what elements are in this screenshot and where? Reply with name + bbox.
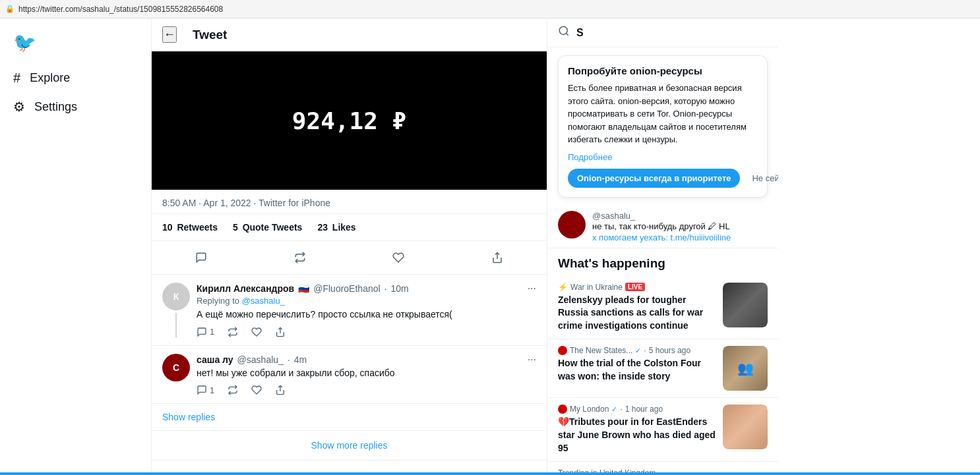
comment-avatar-section: С [162, 354, 190, 396]
related-user-avatar [558, 211, 586, 238]
search-button[interactable] [558, 25, 570, 40]
comment-header: Кирилл Александров 🇷🇺 @FluoroEthanol · 1… [197, 283, 536, 294]
news-dot: · [620, 405, 622, 414]
thread-line [175, 313, 177, 337]
comment-like-action[interactable] [251, 385, 262, 395]
news-source-name: My London [570, 405, 609, 414]
onion-title: Попробуйте onion-ресурсы [568, 65, 758, 76]
bird-icon: 🐦 [13, 32, 36, 53]
comment-retweet-action[interactable] [228, 385, 238, 395]
news-item-content: ⚡ War in Ukraine LIVE Zelenskyy pleads f… [558, 283, 716, 333]
back-button[interactable]: ← [162, 26, 177, 43]
sidebar-item-explore[interactable]: # Explore [0, 64, 151, 92]
show-replies-button[interactable]: Show replies [152, 404, 547, 431]
retweet-button[interactable] [286, 246, 314, 269]
comment-text: А ещё можно перечислить? просто ссылка н… [197, 308, 536, 321]
news-item-colston[interactable]: The New States... ✓ · 5 hours ago How th… [547, 339, 778, 398]
left-sidebar: 🐦 # Explore ⚙ Settings [0, 18, 152, 475]
likes-stat[interactable]: 23 Likes [317, 222, 357, 233]
comment-time: 10m [391, 283, 409, 294]
retweet-count: 10 [162, 222, 173, 233]
show-replies-label: Show replies [162, 412, 215, 422]
avatar: С [162, 354, 190, 381]
share-button[interactable] [483, 246, 511, 269]
comments-section: К Кирилл Александров 🇷🇺 @FluoroEthanol ·… [152, 275, 547, 461]
reply-button[interactable] [187, 246, 215, 269]
show-more-replies-button[interactable]: Show more replies [152, 431, 547, 461]
comment-actions: 1 [197, 327, 536, 337]
news-headline: 💔Tributes pour in for EastEnders star Ju… [558, 416, 716, 455]
onion-primary-button[interactable]: Onion-ресурсы всегда в приоритете [568, 169, 740, 188]
verified-icon: ✓ [611, 405, 617, 414]
related-user-bio: не ты, так кто-нибудь другой 🖊 HL [592, 221, 731, 233]
comment-user-info: саша лу @sashalu_ · 4m [197, 354, 307, 365]
comment-user-info: Кирилл Александров 🇷🇺 @FluoroEthanol · 1… [197, 283, 409, 294]
comment-flag: 🇷🇺 [298, 283, 309, 294]
retweet-stat[interactable]: 10 Retweets [162, 222, 220, 233]
news-time: 5 hours ago [649, 346, 690, 355]
comment-reply-action[interactable]: 1 [197, 327, 214, 337]
onion-actions: Onion-ресурсы всегда в приоритете Не сей… [568, 169, 758, 188]
svg-point-3 [559, 26, 567, 34]
tweet-source: Twitter for iPhone [259, 198, 330, 208]
comment-more-button[interactable]: ··· [528, 354, 536, 366]
news-dot: · [644, 346, 646, 355]
news-headline: Zelenskyy pleads for tougher Russia sanc… [558, 294, 716, 333]
quote-count: 5 [233, 222, 238, 233]
news-item-ukraine[interactable]: ⚡ War in Ukraine LIVE Zelenskyy pleads f… [547, 276, 778, 340]
onion-popup: Попробуйте onion-ресурсы Есть более прив… [558, 55, 768, 198]
news-source: My London ✓ · 1 hour ago [558, 405, 716, 414]
news-thumb-ukraine [723, 283, 768, 327]
url-text: https://twitter.com/sashalu_/status/1509… [18, 5, 223, 14]
comment-like-action[interactable] [251, 327, 262, 337]
comment-reply-action[interactable]: 1 [197, 385, 214, 395]
tweet-image: 924,12 ₽ [152, 51, 547, 190]
twitter-logo[interactable]: 🐦 [0, 26, 151, 64]
news-source-icon: ⚡ [558, 283, 568, 292]
news-source-logo [558, 405, 567, 414]
live-badge: LIVE [625, 283, 645, 291]
comment-time: 4m [294, 354, 307, 365]
verified-icon: ✓ [635, 347, 641, 355]
comment-content: Кирилл Александров 🇷🇺 @FluoroEthanol · 1… [197, 283, 536, 337]
sidebar-explore-label: Explore [30, 71, 70, 85]
main-content: ← Tweet 924,12 ₽ 8:50 AM · Apr 1, 2022 ·… [152, 18, 547, 475]
comment-more-button[interactable]: ··· [528, 283, 536, 294]
bottom-bar [0, 472, 980, 475]
tweet-title: Tweet [193, 28, 227, 42]
address-bar: 🔒 https://twitter.com/sashalu_/status/15… [0, 0, 980, 18]
onion-secondary-button[interactable]: Не сейчас [747, 169, 778, 188]
news-item-content: My London ✓ · 1 hour ago 💔Tributes pour … [558, 405, 716, 455]
comment-reply-count: 1 [210, 385, 214, 395]
news-thumb-june [723, 405, 768, 449]
right-sidebar: S Попробуйте onion-ресурсы Есть более пр… [547, 18, 778, 475]
comment-retweet-action[interactable] [228, 327, 238, 337]
reply-to-link[interactable]: @sashalu_ [242, 296, 285, 306]
search-initial: S [576, 27, 584, 39]
comment-share-action[interactable] [275, 385, 286, 395]
news-time: 1 hour ago [625, 405, 663, 414]
news-item-content: The New States... ✓ · 5 hours ago How th… [558, 346, 716, 391]
quote-label: Quote Tweets [243, 222, 303, 233]
comment-username: Кирилл Александров [197, 283, 294, 294]
onion-more-link[interactable]: Подробнее [568, 152, 612, 162]
news-item-june[interactable]: My London ✓ · 1 hour ago 💔Tributes pour … [547, 398, 778, 462]
news-source: ⚡ War in Ukraine LIVE [558, 283, 716, 292]
whats-happening-title: What's happening [547, 248, 778, 276]
like-button[interactable] [384, 246, 412, 269]
comment-text: нет! мы уже собрали и закрыли сбор, спас… [197, 367, 536, 380]
sidebar-settings-label: Settings [34, 100, 77, 114]
show-more-replies-label: Show more replies [311, 440, 388, 451]
comment-avatar-section: К [162, 283, 190, 337]
comment-handle: @sashalu_ [237, 354, 284, 365]
tweet-meta: 8:50 AM · Apr 1, 2022 · Twitter for iPho… [152, 190, 547, 214]
onion-description: Есть более приватная и безопасная версия… [568, 82, 758, 146]
avatar: К [162, 283, 190, 310]
comment-share-action[interactable] [275, 327, 286, 337]
tweet-stats: 10 Retweets 5 Quote Tweets 23 Likes [152, 214, 547, 241]
list-item: К Кирилл Александров 🇷🇺 @FluoroEthanol ·… [152, 275, 547, 346]
tweet-time: 8:50 AM · Apr 1, 2022 [162, 198, 251, 208]
quote-stat[interactable]: 5 Quote Tweets [233, 222, 304, 233]
retweet-label: Retweets [177, 222, 217, 233]
sidebar-item-settings[interactable]: ⚙ Settings [0, 92, 151, 121]
